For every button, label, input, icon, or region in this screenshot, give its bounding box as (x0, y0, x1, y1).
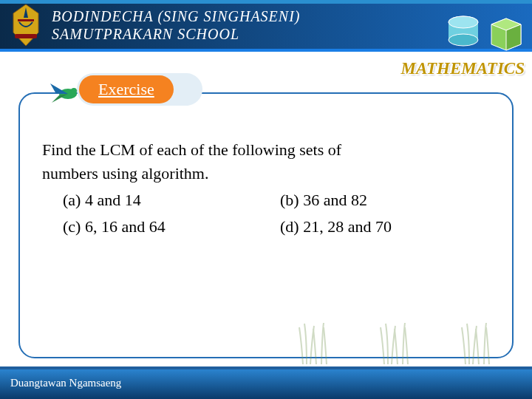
header-accent-bar (0, 0, 532, 4)
grass-icon (377, 320, 443, 364)
slide-footer: Duangtawan Ngamsaeng (0, 369, 532, 399)
option-c: (c) 6, 16 and 64 (63, 215, 273, 239)
prompt-line-2: numbers using algorithm. (42, 162, 490, 185)
svg-point-5 (449, 16, 478, 28)
svg-point-10 (71, 88, 77, 94)
grass-decoration (296, 320, 525, 364)
option-b: (b) 36 and 82 (280, 188, 490, 212)
content-panel: Exercise Find the LCM of each of the fol… (18, 92, 514, 358)
prompt-line-1: Find the LCM of each of the following se… (42, 138, 490, 162)
footer-accent-bar (0, 366, 532, 369)
exercise-body: Find the LCM of each of the following se… (42, 138, 490, 239)
school-name: BODINDECHA (SING SINGHASENI) SAMUTPRAKAR… (52, 7, 301, 43)
subject-label: MATHEMATICS (401, 59, 525, 78)
grass-icon (458, 320, 525, 364)
cylinder-icon (446, 15, 481, 48)
grass-icon (296, 320, 362, 364)
svg-rect-0 (18, 19, 34, 21)
svg-point-4 (449, 34, 478, 46)
school-crest-icon (6, 3, 46, 47)
option-d: (d) 21, 28 and 70 (280, 215, 490, 239)
slide-header: BODINDECHA (SING SINGHASENI) SAMUTPRAKAR… (0, 0, 532, 52)
school-name-line1: BODINDECHA (SING SINGHASENI) (52, 7, 301, 25)
header-3d-shapes (446, 7, 525, 51)
exercise-label: Exercise (79, 75, 174, 103)
cube-icon (484, 11, 525, 52)
author-name: Duangtawan Ngamsaeng (10, 377, 121, 389)
school-name-line2: SAMUTPRAKARN SCHOOL (52, 25, 301, 43)
option-a: (a) 4 and 14 (63, 188, 273, 212)
svg-rect-1 (15, 34, 37, 38)
